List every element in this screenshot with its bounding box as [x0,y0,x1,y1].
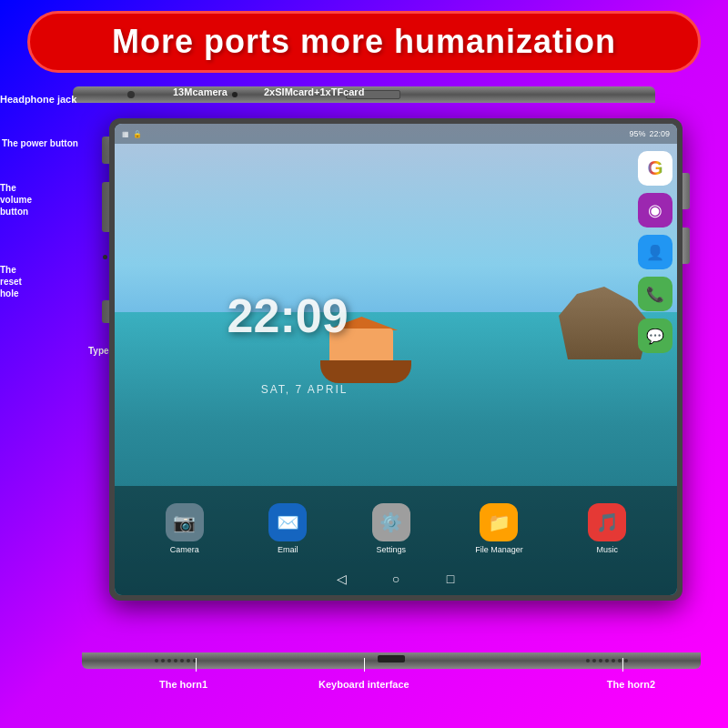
label-horn2: The horn2 [607,679,655,690]
typec-port[interactable] [102,300,109,323]
label-13mcamera: 13Mcamera [173,86,228,97]
date-display: SAT, 7 APRIL [261,383,349,396]
arrow-keyboard [364,658,365,672]
status-bar: ▦ 🔒 95% 22:09 [115,124,677,144]
bottom-edge [82,652,701,669]
nav-home[interactable]: ○ [387,570,405,588]
dot12 [612,659,615,662]
speaker-dots-left [155,659,197,662]
dock-label-email: Email [278,545,298,554]
phone-icon: 📞 [646,286,664,303]
dock-app-email[interactable]: ✉️ Email [268,503,307,554]
contacts-icon: 👤 [646,244,664,261]
dock-icon-settings: ⚙️ [372,503,410,541]
bottom-edge-container [82,643,701,669]
dock-icon-camera: 📷 [166,503,204,541]
dock-icon-files: 📁 [480,503,518,541]
header-banner: More ports more humanization [27,11,701,73]
battery-status: 95% [629,129,645,138]
dock-app-music[interactable]: 🎵 Music [588,503,626,554]
label-volume-button: Thevolumebutton [0,182,32,217]
dock-label-music: Music [596,545,618,554]
dock-app-settings[interactable]: ⚙️ Settings [372,503,410,554]
files-dock-icon: 📁 [488,511,511,533]
dot8 [586,659,590,662]
tablet-body: ▦ 🔒 95% 22:09 22:09 SAT, 7 APRIL G [109,118,682,601]
tablet-container: ▦ 🔒 95% 22:09 22:09 SAT, 7 APRIL G [82,118,701,601]
bottom-dock: 📷 Camera ✉️ Email ⚙️ [115,486,677,595]
status-time: 22:09 [649,129,670,138]
dot13 [618,659,622,662]
label-power-button: The power button [2,138,78,149]
arrow-horn2 [622,658,623,672]
header-title: More ports more humanization [112,23,616,60]
dot5 [180,659,184,662]
label-headphone-jack: Headphone jack [0,94,76,105]
dot3 [167,659,171,662]
right-button-1[interactable] [682,173,690,209]
nav-recents[interactable]: □ [441,570,460,588]
label-reset-hole: Theresethole [0,264,22,299]
dock-app-camera[interactable]: 📷 Camera [166,503,204,554]
nav-bar: ◁ ○ □ [115,570,677,588]
app-icon-messages[interactable]: 💬 [638,318,672,353]
app-icon-contacts[interactable]: 👤 [638,235,672,269]
right-apps-panel: G ◉ 👤 📞 💬 [638,151,672,353]
wifi-icon: ▦ [122,130,129,138]
dock-app-files[interactable]: 📁 File Manager [475,503,523,554]
dot4 [174,659,177,662]
headphone-port [127,91,135,98]
app-icon-google[interactable]: G [638,151,672,186]
label-horn1: The horn1 [159,679,207,690]
keyboard-port [378,655,405,662]
arrow-horn1 [196,658,197,672]
camera-dock-icon: 📷 [173,511,196,533]
app-icon-phone[interactable]: 📞 [638,277,672,311]
right-button-2[interactable] [682,228,690,264]
page-wrapper: More ports more humanization Headphone j… [0,0,728,728]
left-side [82,118,109,601]
volume-button[interactable] [102,182,109,232]
app-icon-camera-side[interactable]: ◉ [638,193,672,228]
dock-icon-music: 🎵 [588,503,626,541]
email-dock-icon: ✉️ [277,511,299,533]
boat-body [320,360,411,383]
time-display: 22:09 [228,288,349,343]
dock-label-files: File Manager [475,545,523,554]
lock-icon: 🔒 [133,130,142,138]
tablet-screen: ▦ 🔒 95% 22:09 22:09 SAT, 7 APRIL G [115,124,677,595]
dot9 [592,659,596,662]
status-left: ▦ 🔒 [122,130,142,138]
dot2 [161,659,165,662]
dock-label-camera: Camera [170,545,199,554]
power-button[interactable] [102,136,109,164]
dot6 [187,659,190,662]
dot1 [155,659,158,662]
label-simcard: 2xSIMcard+1xTFcard [264,86,364,97]
google-g-icon: G [647,157,662,180]
dot10 [599,659,602,662]
nav-back[interactable]: ◁ [332,570,350,588]
status-right: 95% 22:09 [629,129,670,138]
settings-dock-icon: ⚙️ [379,511,402,533]
dot11 [605,659,609,662]
label-keyboard-interface: Keyboard interface [318,679,410,690]
dot14 [624,659,628,662]
camera-icon: ◉ [648,200,662,220]
dock-label-settings: Settings [376,545,406,554]
dock-icon-email: ✉️ [268,503,307,541]
messages-icon: 💬 [646,328,664,345]
app-row: 📷 Camera ✉️ Email ⚙️ [115,503,677,554]
reset-hole [103,255,107,259]
music-dock-icon: 🎵 [596,511,619,533]
right-side [682,118,701,601]
camera-top [232,92,238,97]
